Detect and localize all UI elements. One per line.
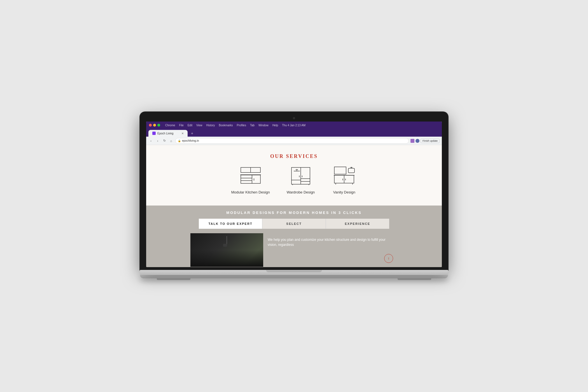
laptop-hinge bbox=[266, 270, 322, 272]
kitchen-label: Modular Kitchen Design bbox=[231, 190, 270, 194]
minimize-dot[interactable] bbox=[153, 124, 156, 127]
url-text: epochliving.in bbox=[182, 139, 199, 142]
new-tab-button[interactable]: + bbox=[189, 130, 195, 137]
service-item-vanity: Vanity Design bbox=[332, 166, 357, 194]
cta-kitchen-image bbox=[190, 233, 263, 267]
tab-select[interactable]: SELECT bbox=[262, 219, 326, 229]
menu-chrome[interactable]: Chrome bbox=[165, 124, 175, 127]
cta-section: MODULAR DESIGNS FOR MODERN HOMES IN 3 CL… bbox=[146, 206, 442, 267]
menu-view[interactable]: View bbox=[196, 124, 202, 127]
menu-bookmarks[interactable]: Bookmarks bbox=[219, 124, 233, 127]
cta-description: We help you plan and customize your kitc… bbox=[268, 237, 393, 247]
cta-content-area: We help you plan and customize your kitc… bbox=[190, 233, 398, 267]
scroll-up-button[interactable]: ↑ bbox=[384, 254, 393, 263]
services-section: OUR SERVICES bbox=[146, 145, 442, 206]
lock-icon: 🔒 bbox=[178, 139, 181, 142]
forward-button[interactable]: › bbox=[155, 138, 160, 143]
scroll-up-icon: ↑ bbox=[388, 256, 390, 261]
vanity-icon bbox=[332, 166, 357, 187]
cta-headline: MODULAR DESIGNS FOR MODERN HOMES IN 3 CL… bbox=[152, 211, 436, 215]
reload-button[interactable]: ↻ bbox=[162, 138, 167, 143]
camera bbox=[293, 117, 295, 119]
website-content: OUR SERVICES bbox=[146, 145, 442, 267]
chrome-tab-bar: Epoch Living ✕ + bbox=[146, 129, 442, 137]
address-bar[interactable]: 🔒 epochliving.in bbox=[175, 138, 409, 144]
foot-right bbox=[398, 278, 431, 280]
window-controls bbox=[149, 124, 160, 127]
tab-experience[interactable]: EXPERIENCE bbox=[326, 219, 389, 229]
home-button[interactable]: ⌂ bbox=[169, 138, 174, 143]
laptop-feet bbox=[140, 278, 448, 280]
kitchen-icon bbox=[238, 166, 263, 187]
close-dot[interactable] bbox=[149, 124, 152, 127]
tab-favicon bbox=[152, 132, 156, 135]
svg-rect-20 bbox=[348, 168, 354, 173]
wardrobe-label: Wardrobe Design bbox=[287, 190, 315, 194]
menu-tab[interactable]: Tab bbox=[250, 124, 255, 127]
chrome-title-bar: Chrome File Edit View History Bookmarks … bbox=[146, 122, 442, 129]
profile-icon[interactable] bbox=[416, 139, 419, 143]
svg-rect-19 bbox=[334, 167, 346, 174]
maximize-dot[interactable] bbox=[157, 124, 160, 127]
clock: Thu 4 Jan 2:13 AM bbox=[282, 124, 305, 127]
back-button[interactable]: ‹ bbox=[148, 138, 153, 143]
chrome-toolbar: ‹ › ↻ ⌂ 🔒 epochliving.in Finish update bbox=[146, 137, 442, 145]
laptop-screen: Chrome File Edit View History Bookmarks … bbox=[146, 122, 442, 267]
service-item-kitchen: Modular Kitchen Design bbox=[231, 166, 270, 194]
screen-bezel: Chrome File Edit View History Bookmarks … bbox=[140, 112, 448, 270]
active-tab[interactable]: Epoch Living ✕ bbox=[148, 130, 188, 137]
cta-tabs-container: TALK TO OUR EXPERT SELECT EXPERIENCE bbox=[199, 219, 389, 229]
laptop-bottom bbox=[140, 275, 448, 278]
menu-edit[interactable]: Edit bbox=[188, 124, 192, 127]
tab-talk-expert[interactable]: TALK TO OUR EXPERT bbox=[199, 219, 262, 229]
tab-title: Epoch Living bbox=[157, 132, 173, 135]
wardrobe-icon bbox=[288, 166, 313, 187]
extensions-icon[interactable] bbox=[410, 139, 414, 143]
svg-rect-2 bbox=[241, 175, 260, 183]
services-grid: Modular Kitchen Design bbox=[152, 166, 436, 194]
toolbar-actions: Finish update bbox=[410, 139, 440, 143]
menu-help[interactable]: Help bbox=[272, 124, 278, 127]
services-title: OUR SERVICES bbox=[152, 153, 436, 159]
service-item-wardrobe: Wardrobe Design bbox=[287, 166, 315, 194]
menu-profiles[interactable]: Profiles bbox=[237, 124, 246, 127]
menu-history[interactable]: History bbox=[206, 124, 215, 127]
tab-close-icon[interactable]: ✕ bbox=[181, 132, 184, 135]
menu-window[interactable]: Window bbox=[258, 124, 269, 127]
laptop-container: Chrome File Edit View History Bookmarks … bbox=[140, 112, 448, 280]
foot-left bbox=[157, 278, 190, 280]
laptop-base bbox=[140, 270, 448, 275]
menu-file[interactable]: File bbox=[179, 124, 184, 127]
chrome-menu: Chrome File Edit View History Bookmarks … bbox=[165, 124, 305, 127]
finish-update-button[interactable]: Finish update bbox=[421, 139, 440, 143]
vanity-label: Vanity Design bbox=[333, 190, 355, 194]
cta-text-panel: We help you plan and customize your kitc… bbox=[263, 233, 398, 267]
